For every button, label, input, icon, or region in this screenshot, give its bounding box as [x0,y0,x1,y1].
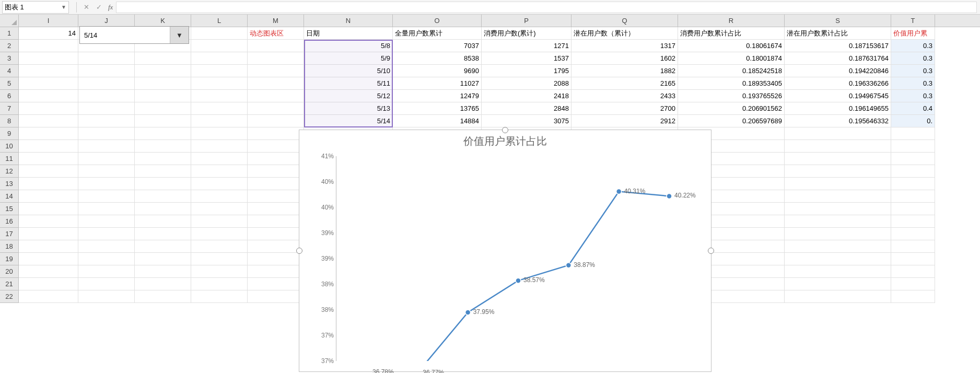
cell-I9[interactable] [19,127,78,140]
row-header-13[interactable]: 13 [0,178,19,190]
cell-L19[interactable] [191,253,248,265]
cell-L1[interactable] [191,27,248,40]
cell-K6[interactable] [135,90,191,102]
cell-S3[interactable]: 0.187631764 [785,52,891,65]
row-header-6[interactable]: 6 [0,90,19,102]
cell-K5[interactable] [135,77,191,90]
cell-L16[interactable] [191,215,248,228]
cell-S2[interactable]: 0.187153617 [785,40,891,52]
col-header-Q[interactable]: Q [571,15,678,27]
row-header-19[interactable]: 19 [0,253,19,265]
cell-T12[interactable] [891,165,935,178]
cell-L10[interactable] [191,140,248,153]
cell-L21[interactable] [191,278,248,290]
cell-J9[interactable] [78,127,135,140]
cell-I14[interactable] [19,190,78,203]
cell-L8[interactable] [191,115,248,127]
cell-O6[interactable]: 12479 [393,90,482,102]
cell-N4[interactable]: 5/10 [304,65,393,77]
spreadsheet-grid[interactable]: IJKLMNOPQRST 123456789101112131415161718… [0,15,980,373]
cell-O5[interactable]: 11027 [393,77,482,90]
cell-I8[interactable] [19,115,78,127]
cell-I17[interactable] [19,228,78,240]
cell-M4[interactable] [248,65,304,77]
cell-L6[interactable] [191,90,248,102]
row-header-8[interactable]: 8 [0,115,19,127]
cell-L20[interactable] [191,265,248,278]
cell-S14[interactable] [785,190,891,203]
cell-R3[interactable]: 0.18001874 [678,52,785,65]
cell-N1[interactable]: 日期 [304,27,393,40]
cell-T2[interactable]: 0.3 [891,40,935,52]
cell-J15[interactable] [78,203,135,215]
cell-S10[interactable] [785,140,891,153]
row-header-9[interactable]: 9 [0,127,19,140]
cell-O8[interactable]: 14884 [393,115,482,127]
cell-S19[interactable] [785,253,891,265]
cell-M22[interactable] [248,290,304,303]
row-header-14[interactable]: 14 [0,190,19,203]
cell-P6[interactable]: 2418 [482,90,571,102]
cell-J21[interactable] [78,278,135,290]
cell-O2[interactable]: 7037 [393,40,482,52]
cell-K8[interactable] [135,115,191,127]
row-header-15[interactable]: 15 [0,203,19,215]
cell-T14[interactable] [891,190,935,203]
cell-I2[interactable] [19,40,78,52]
cell-J11[interactable] [78,153,135,165]
cell-K13[interactable] [135,178,191,190]
cell-J12[interactable] [78,165,135,178]
cell-R5[interactable]: 0.189353405 [678,77,785,90]
row-header-12[interactable]: 12 [0,165,19,178]
col-header-J[interactable]: J [78,15,135,27]
cell-K11[interactable] [135,153,191,165]
cancel-button[interactable]: ✕ [80,2,92,13]
cell-T16[interactable] [891,215,935,228]
cell-T9[interactable] [891,127,935,140]
col-header-K[interactable]: K [135,15,191,27]
cell-M19[interactable] [248,253,304,265]
cell-T10[interactable] [891,140,935,153]
cell-S12[interactable] [785,165,891,178]
cell-K4[interactable] [135,65,191,77]
cell-K15[interactable] [135,203,191,215]
cell-M2[interactable] [248,40,304,52]
row-header-7[interactable]: 7 [0,102,19,115]
cell-M16[interactable] [248,215,304,228]
cell-S11[interactable] [785,153,891,165]
row-header-16[interactable]: 16 [0,215,19,228]
row-header-10[interactable]: 10 [0,140,19,153]
cell-N2[interactable]: 5/8 [304,40,393,52]
cell-N7[interactable]: 5/13 [304,102,393,115]
cell-J7[interactable] [78,102,135,115]
cell-T11[interactable] [891,153,935,165]
cell-I10[interactable] [19,140,78,153]
cell-Q3[interactable]: 1602 [571,52,678,65]
col-header-R[interactable]: R [678,15,785,27]
cell-K12[interactable] [135,165,191,178]
cell-P1[interactable]: 消费用户数(累计) [482,27,571,40]
cell-J6[interactable] [78,90,135,102]
cell-T22[interactable] [891,290,935,303]
cell-T5[interactable]: 0.3 [891,77,935,90]
cell-T6[interactable]: 0.3 [891,90,935,102]
row-header-20[interactable]: 20 [0,265,19,278]
name-box[interactable]: 图表 1 ▼ [2,1,69,14]
cell-S16[interactable] [785,215,891,228]
cell-I15[interactable] [19,203,78,215]
cell-R8[interactable]: 0.206597689 [678,115,785,127]
resize-handle-left[interactable] [296,248,302,254]
cell-S15[interactable] [785,203,891,215]
cell-S5[interactable]: 0.196336266 [785,77,891,90]
cell-L17[interactable] [191,228,248,240]
cell-Q8[interactable]: 2912 [571,115,678,127]
cell-J18[interactable] [78,240,135,253]
confirm-button[interactable]: ✓ [92,2,105,13]
cell-S6[interactable]: 0.194967545 [785,90,891,102]
cell-I6[interactable] [19,90,78,102]
cell-M5[interactable] [248,77,304,90]
resize-handle-top[interactable] [502,127,508,133]
cell-L4[interactable] [191,65,248,77]
cell-I20[interactable] [19,265,78,278]
cell-K20[interactable] [135,265,191,278]
